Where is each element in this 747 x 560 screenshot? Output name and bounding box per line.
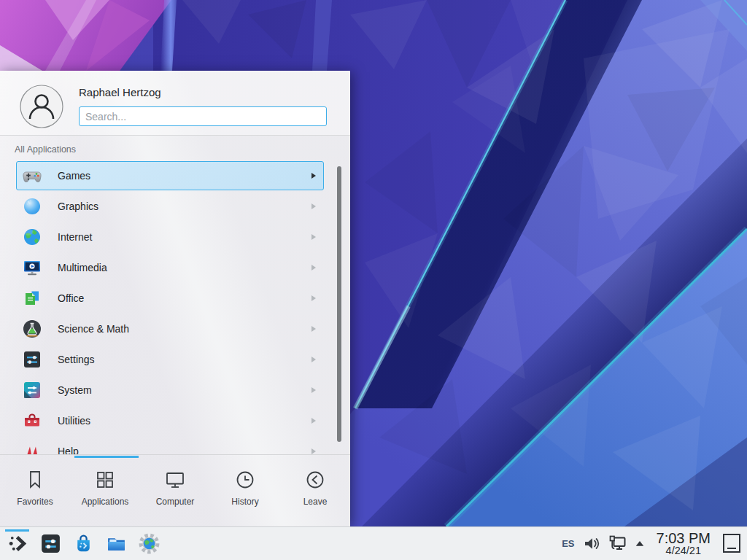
bookmark-icon bbox=[24, 469, 46, 491]
chevron-right-icon bbox=[311, 387, 316, 393]
show-desktop-button[interactable] bbox=[721, 532, 743, 554]
category-settings[interactable]: Settings bbox=[16, 345, 324, 374]
help-icon bbox=[22, 441, 42, 454]
category-label: Multimedia bbox=[58, 262, 107, 273]
chevron-right-icon bbox=[311, 448, 316, 454]
taskbar-system-settings[interactable] bbox=[35, 528, 66, 560]
clock-time: 7:03 PM bbox=[657, 531, 711, 545]
category-label: Graphics bbox=[58, 201, 98, 212]
tab-label: History bbox=[231, 497, 258, 507]
keyboard-layout-indicator[interactable]: ES bbox=[560, 538, 576, 549]
chevron-right-icon bbox=[311, 203, 316, 209]
search-input[interactable] bbox=[79, 106, 327, 126]
launcher-tab-bar: Favorites Applications bbox=[0, 454, 350, 526]
system-tray: ES 7:03 PM 4/24/21 bbox=[560, 531, 747, 556]
active-tab-indicator bbox=[74, 456, 139, 458]
category-list: Games Graphics bbox=[0, 160, 350, 454]
category-label: System bbox=[58, 384, 92, 396]
category-office[interactable]: Office bbox=[16, 284, 324, 313]
category-label: Help bbox=[58, 446, 79, 454]
category-utilities[interactable]: Utilities bbox=[16, 406, 324, 435]
category-label: Games bbox=[58, 170, 90, 182]
chevron-right-icon bbox=[311, 357, 316, 362]
kickoff-icon bbox=[7, 532, 29, 555]
tab-applications[interactable]: Applications bbox=[70, 455, 140, 526]
category-help[interactable]: Help bbox=[16, 437, 324, 454]
category-graphics[interactable]: Graphics bbox=[16, 192, 324, 221]
tab-label: Computer bbox=[156, 497, 195, 507]
category-label: Settings bbox=[58, 354, 95, 365]
tab-computer[interactable]: Computer bbox=[140, 455, 210, 526]
launcher-header: Raphael Hertzog bbox=[0, 71, 350, 136]
clock-widget[interactable]: 7:03 PM 4/24/21 bbox=[657, 531, 711, 556]
chevron-right-icon bbox=[311, 234, 316, 240]
category-label: Office bbox=[58, 292, 84, 304]
category-label: Internet bbox=[58, 231, 92, 243]
office-documents-icon bbox=[22, 288, 42, 308]
app-grid-icon bbox=[94, 469, 116, 491]
history-clock-icon bbox=[234, 469, 256, 491]
science-flask-icon bbox=[22, 319, 42, 339]
launcher-active-indicator bbox=[5, 529, 29, 532]
category-system[interactable]: System bbox=[16, 376, 324, 405]
leave-icon bbox=[304, 469, 326, 491]
tab-history[interactable]: History bbox=[210, 455, 280, 526]
category-label: Science & Math bbox=[58, 323, 129, 335]
gamepad-icon bbox=[22, 166, 42, 186]
multimedia-monitor-icon bbox=[22, 257, 42, 278]
section-label: All Applications bbox=[15, 144, 76, 155]
taskbar-discover[interactable] bbox=[68, 528, 98, 560]
chevron-right-icon bbox=[311, 265, 316, 271]
tab-favorites[interactable]: Favorites bbox=[0, 455, 70, 526]
clock-date: 4/24/21 bbox=[657, 545, 711, 556]
taskbar-dolphin[interactable] bbox=[101, 528, 131, 560]
taskbar: ES 7:03 PM 4/24/21 bbox=[0, 526, 747, 560]
chevron-right-icon bbox=[311, 326, 316, 332]
tab-label: Favorites bbox=[17, 497, 53, 507]
chevron-right-icon bbox=[311, 173, 316, 179]
category-multimedia[interactable]: Multimedia bbox=[16, 253, 324, 282]
globe-gear-icon bbox=[138, 532, 160, 555]
discover-bag-icon bbox=[72, 532, 95, 555]
user-name: Raphael Hertzog bbox=[79, 86, 161, 98]
system-settings-icon bbox=[39, 532, 62, 555]
tab-leave[interactable]: Leave bbox=[280, 455, 350, 526]
taskbar-system-globe[interactable] bbox=[133, 528, 164, 560]
category-internet[interactable]: Internet bbox=[16, 222, 324, 252]
application-launcher-panel: Raphael Hertzog All Applications Games bbox=[0, 71, 350, 526]
expand-tray-icon[interactable] bbox=[633, 537, 646, 550]
system-sliders-icon bbox=[22, 380, 42, 400]
utilities-toolbox-icon bbox=[22, 411, 42, 431]
category-label: Utilities bbox=[58, 415, 90, 427]
desktop: Raphael Hertzog All Applications Games bbox=[0, 0, 747, 560]
folder-icon bbox=[105, 532, 128, 555]
globe-icon bbox=[22, 227, 42, 247]
network-icon[interactable] bbox=[608, 534, 627, 553]
paint-sphere-icon bbox=[22, 196, 42, 217]
category-science-math[interactable]: Science & Math bbox=[16, 314, 324, 343]
tab-label: Leave bbox=[303, 497, 328, 507]
chevron-right-icon bbox=[311, 418, 316, 424]
chevron-right-icon bbox=[311, 295, 316, 301]
list-scrollbar[interactable] bbox=[337, 166, 341, 442]
settings-sliders-icon bbox=[22, 349, 42, 370]
taskbar-application-launcher[interactable] bbox=[2, 528, 33, 560]
volume-icon[interactable] bbox=[582, 534, 602, 553]
tab-label: Applications bbox=[82, 497, 129, 507]
user-avatar-icon[interactable] bbox=[20, 85, 63, 128]
category-games[interactable]: Games bbox=[16, 161, 324, 190]
computer-icon bbox=[164, 469, 186, 491]
